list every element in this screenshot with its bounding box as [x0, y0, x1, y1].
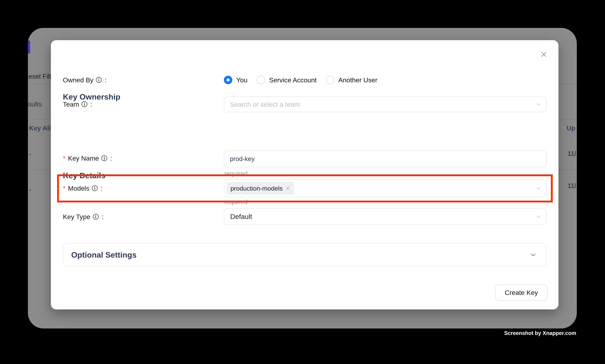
table-cell-date: 11/: [567, 150, 576, 157]
radio-option-service-account[interactable]: Service Account: [257, 76, 317, 84]
required-asterisk: *: [63, 185, 65, 192]
radio-unselected-icon[interactable]: [326, 76, 334, 84]
radio-label: You: [236, 76, 247, 84]
xnapper-watermark: Screenshot by Xnapper.com: [504, 330, 576, 336]
radio-option-another-user[interactable]: Another User: [326, 76, 377, 84]
team-select-placeholder: Search or select a team: [230, 101, 300, 108]
team-select[interactable]: Search or select a team: [224, 96, 546, 112]
team-label: Team :: [63, 100, 92, 109]
reset-filters-button-partial: eset Filt: [28, 73, 51, 80]
radio-selected-icon[interactable]: [224, 76, 232, 84]
key-type-select[interactable]: Default: [224, 208, 546, 225]
key-type-label: Key Type :: [63, 212, 103, 221]
owned-by-radio-group: You Service Account Another User: [224, 75, 377, 85]
required-asterisk: *: [63, 155, 65, 162]
colon: :: [102, 213, 103, 220]
updated-column-header: Up: [567, 125, 575, 131]
table-cell-date: 11/: [567, 182, 576, 189]
key-name-label-text: Key Name: [68, 155, 99, 162]
chevron-down-icon: [535, 101, 542, 108]
colon: :: [110, 155, 112, 162]
models-label: * Models :: [63, 184, 103, 193]
chevron-down-icon: [535, 185, 542, 192]
models-select[interactable]: production-models: [224, 180, 546, 197]
optional-settings-toggle[interactable]: Optional Settings: [63, 243, 546, 266]
info-icon[interactable]: [93, 214, 99, 220]
create-key-button-label: Create Key: [505, 289, 538, 297]
selected-model-tag: production-models: [227, 182, 294, 195]
colon: :: [101, 185, 103, 192]
key-name-validation-message: required: [224, 170, 247, 177]
info-icon[interactable]: [81, 101, 88, 107]
model-tag-label: production-models: [231, 185, 283, 192]
results-count-partial: sults: [28, 101, 42, 108]
info-icon[interactable]: [96, 77, 102, 83]
key-type-label-text: Key Type: [63, 213, 90, 220]
create-key-modal: Key Ownership Owned By : You Service Acc…: [51, 40, 558, 310]
key-name-label: * Key Name :: [63, 154, 112, 163]
key-alias-column-header: Key Alia: [29, 125, 54, 131]
colon: :: [105, 77, 107, 83]
radio-option-you[interactable]: You: [224, 76, 247, 84]
radio-unselected-icon[interactable]: [257, 76, 265, 84]
key-type-selected-value: Default: [230, 213, 252, 221]
radio-label: Another User: [338, 76, 377, 84]
info-icon[interactable]: [101, 155, 107, 161]
close-button[interactable]: [538, 49, 549, 60]
table-cell-alias: -: [29, 151, 31, 157]
models-validation-message: required: [224, 199, 247, 205]
create-key-button[interactable]: Create Key: [495, 285, 547, 300]
chevron-down-icon: [529, 251, 537, 259]
owned-by-label-text: Owned By: [63, 77, 93, 83]
owned-by-label: Owned By :: [63, 75, 107, 84]
section-title-key-details: Key Details: [63, 171, 105, 180]
remove-tag-icon[interactable]: [285, 186, 290, 191]
create-key-button-fragment: [28, 40, 30, 54]
table-cell-alias: -: [29, 186, 31, 193]
close-icon: [540, 50, 548, 59]
models-label-text: Models: [68, 185, 89, 192]
optional-settings-title: Optional Settings: [71, 250, 137, 260]
radio-label: Service Account: [269, 76, 317, 84]
team-label-text: Team: [63, 101, 79, 108]
chevron-down-icon: [535, 213, 542, 220]
key-name-input[interactable]: [224, 151, 546, 167]
info-icon[interactable]: [92, 185, 98, 191]
colon: :: [90, 101, 92, 108]
